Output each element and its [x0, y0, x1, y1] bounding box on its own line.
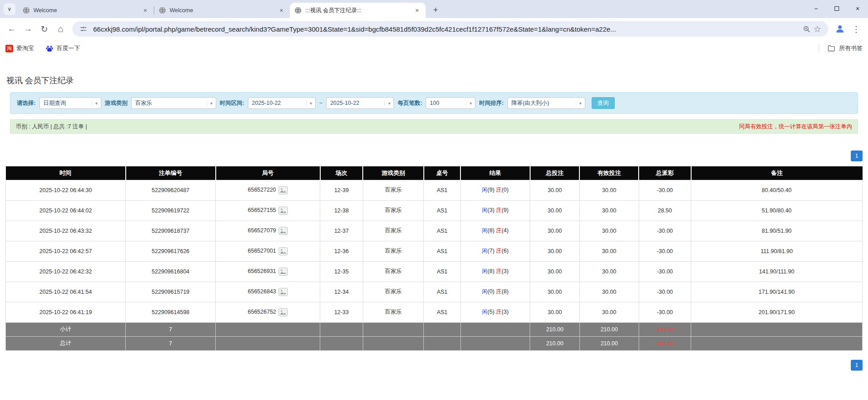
window-minimize-button[interactable]: − — [806, 0, 826, 17]
date-from-value: 2025-10-22 — [248, 100, 306, 106]
cell-bet-number: 522909614598 — [126, 302, 216, 322]
all-bookmarks[interactable]: 所有书签 — [819, 44, 863, 53]
cell-time: 2025-10-22 06:44:30 — [6, 180, 126, 200]
column-header: 桌号 — [424, 166, 460, 180]
cell-total-bet[interactable]: 30.00 — [530, 261, 580, 282]
cell-total-bet[interactable]: 30.00 — [530, 302, 580, 322]
cell-session: 12-34 — [320, 282, 363, 302]
forward-icon[interactable]: → — [21, 22, 35, 36]
table-row: 2025-10-22 06:42:57522909617626656527001… — [6, 241, 863, 261]
window-maximize-button[interactable] — [826, 0, 847, 17]
column-header: 场次 — [320, 166, 363, 180]
game-type-value: 百家乐 — [132, 99, 207, 107]
subtotal-row: 小计7210.00210.00-151.50 — [6, 322, 863, 336]
result-player: 闲(3) — [482, 207, 494, 213]
cell-time: 2025-10-22 06:42:32 — [6, 261, 126, 282]
cell-valid-bet: 30.00 — [579, 180, 639, 200]
footer-count: 7 — [126, 322, 216, 336]
cell-result: 闲(7) 庄(6) — [460, 241, 530, 261]
round-result-image-icon[interactable] — [279, 227, 288, 235]
tab-search-button[interactable]: ∨ — [4, 3, 15, 15]
summary-bar: 币别 : 人民币 | 总共 :7 注单 | 同局有效投注，统一计算在该局第一张注… — [10, 119, 858, 134]
browser-tab-1[interactable]: Welcome × — [18, 3, 154, 18]
cell-time: 2025-10-22 06:41:54 — [6, 282, 126, 302]
tab-close-icon[interactable]: × — [277, 6, 285, 14]
baidu-paw-icon — [46, 45, 53, 52]
tab-title: Welcome — [33, 7, 138, 14]
bookmark-star-icon[interactable]: ☆ — [812, 24, 823, 34]
cell-total-bet[interactable]: 30.00 — [530, 221, 580, 241]
filter-bar: 请选择: 日期查询 ▾ 游戏类别 百家乐 ▾ 时间区间: 2025-10-22 … — [10, 92, 858, 114]
browser-tab-2[interactable]: Welcome × — [154, 3, 290, 18]
round-result-image-icon[interactable] — [279, 186, 288, 194]
tab-close-icon[interactable]: × — [413, 6, 421, 14]
cell-valid-bet: 30.00 — [579, 261, 639, 282]
site-settings-icon[interactable] — [78, 24, 89, 34]
cell-total-bet[interactable]: 30.00 — [530, 200, 580, 221]
cell-game-type: 百家乐 — [363, 241, 423, 261]
cell-payout: -30.00 — [639, 302, 691, 322]
column-header: 结果 — [460, 166, 530, 180]
chevron-down-icon: ▾ — [384, 101, 394, 106]
round-result-image-icon[interactable] — [279, 268, 288, 276]
footer-empty — [363, 322, 423, 336]
round-result-image-icon[interactable] — [279, 247, 288, 255]
address-bar[interactable]: 66cxkj98.com/ipl/portal.php/game/betreco… — [72, 21, 828, 37]
page-size-select[interactable]: 100 ▾ — [426, 97, 475, 109]
cell-round-number: 656526843 — [216, 282, 320, 302]
cell-session: 12-39 — [320, 180, 363, 200]
cell-note: 51.90/80.40 — [691, 200, 863, 221]
result-banker: 庄(4) — [496, 227, 509, 234]
browser-tab-active[interactable]: :::视讯 会员下注纪录::: × — [290, 3, 426, 18]
browser-menu-icon[interactable]: ⋮ — [849, 22, 863, 36]
round-result-image-icon[interactable] — [279, 207, 288, 215]
back-icon[interactable]: ← — [5, 22, 19, 36]
result-banker: 庄(6) — [496, 248, 509, 254]
chevron-down-icon: ▾ — [576, 101, 585, 106]
tab-close-icon[interactable]: × — [141, 6, 149, 14]
page-number-button[interactable]: 1 — [851, 151, 863, 161]
date-range-label: 时间区间: — [220, 99, 244, 107]
bookmark-taobao[interactable]: 淘 爱淘宝 — [5, 44, 34, 52]
cell-total-bet[interactable]: 30.00 — [530, 282, 580, 302]
bookmark-baidu[interactable]: 百度一下 — [46, 44, 80, 52]
sort-order-select[interactable]: 降幂(由大到小) ▾ — [508, 97, 585, 109]
cell-time: 2025-10-22 06:42:57 — [6, 241, 126, 261]
tab-title: Welcome — [170, 7, 275, 14]
cell-total-bet[interactable]: 30.00 — [530, 180, 580, 200]
reload-icon[interactable]: ↻ — [37, 22, 52, 36]
profile-avatar-icon[interactable] — [833, 22, 847, 36]
round-result-image-icon[interactable] — [279, 288, 288, 296]
cell-bet-number: 522909619722 — [126, 200, 216, 221]
result-player: 闲(7) — [482, 248, 494, 254]
query-button[interactable]: 查询 — [592, 97, 615, 109]
result-player: 闲(0) — [482, 288, 494, 295]
zoom-icon[interactable] — [801, 24, 812, 34]
cell-payout: -30.00 — [639, 221, 691, 241]
round-result-image-icon[interactable] — [279, 308, 288, 316]
game-type-select[interactable]: 百家乐 ▾ — [131, 97, 216, 109]
browser-toolbar: ← → ↻ ⌂ 66cxkj98.com/ipl/portal.php/game… — [0, 18, 868, 40]
query-mode-select[interactable]: 日期查询 ▾ — [39, 97, 101, 109]
page-number-button[interactable]: 1 — [851, 360, 863, 371]
column-header: 总派彩 — [639, 166, 691, 180]
cell-valid-bet: 30.00 — [579, 200, 639, 221]
result-player: 闲(8) — [482, 268, 494, 274]
chevron-down-icon: ▾ — [466, 101, 475, 106]
cell-table-number: AS1 — [424, 221, 460, 241]
window-close-button[interactable]: × — [847, 0, 868, 17]
new-tab-button[interactable]: + — [429, 4, 442, 16]
footer-count: 7 — [126, 336, 216, 350]
url-text[interactable]: 66cxkj98.com/ipl/portal.php/game/betreco… — [93, 25, 797, 33]
home-icon[interactable]: ⌂ — [53, 22, 68, 36]
cell-result: 闲(9) 庄(0) — [460, 180, 530, 200]
cell-time: 2025-10-22 06:43:32 — [6, 221, 126, 241]
cell-total-bet[interactable]: 30.00 — [530, 241, 580, 261]
table-row: 2025-10-22 06:43:32522909618737656527079… — [6, 221, 863, 241]
date-from-select[interactable]: 2025-10-22 ▾ — [248, 97, 316, 109]
cell-table-number: AS1 — [424, 200, 460, 221]
cell-note: 171.90/141.90 — [691, 282, 863, 302]
result-banker: 庄(3) — [496, 309, 509, 315]
date-to-select[interactable]: 2025-10-22 ▾ — [326, 97, 394, 109]
cell-time: 2025-10-22 06:44:02 — [6, 200, 126, 221]
